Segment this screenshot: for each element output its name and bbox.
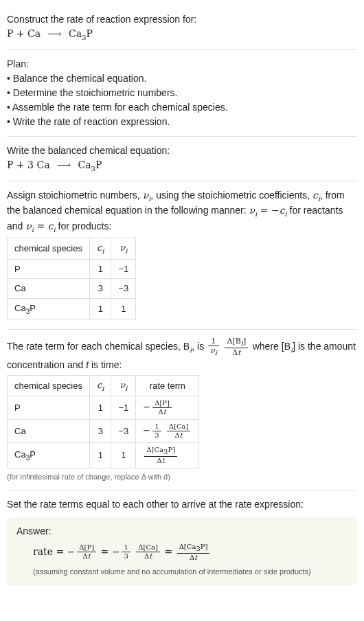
rate-formula: 1νi Δ[Bi]Δt [207, 341, 253, 352]
table-row: Ca 3 −3 −13 Δ[Ca]Δt [8, 420, 199, 443]
assign-block: Assign stoichiometric numbers, νi, using… [7, 181, 357, 330]
table-row: Ca3P 1 1 Δ[Ca3P]Δt [8, 443, 199, 468]
balanced-block: Write the balanced chemical equation: P … [7, 137, 357, 181]
plan-block: Plan: • Balance the chemical equation. •… [7, 50, 357, 137]
rate-term-block: The rate term for each chemical species,… [7, 330, 357, 490]
c-i: ci [312, 190, 320, 201]
plan-title: Plan: [7, 57, 357, 71]
col-ci: ci [90, 238, 111, 259]
table-row: Ca 3 −3 [8, 279, 136, 299]
table-row: P 1 −1 −Δ[P]Δt [8, 396, 199, 420]
prompt-equation: P + Ca ⟶ Ca3P [7, 27, 357, 43]
plan-bullet: • Write the rate of reaction expression. [7, 115, 357, 129]
stoich-table: chemical species ci νi P 1 −1 Ca 3 −3 Ca… [7, 238, 136, 319]
eq-species-ca: Ca [27, 28, 41, 39]
table-row: P 1 −1 [8, 259, 136, 279]
rate-expression: rate = −Δ[P]Δt = −13 Δ[Ca]Δt = Δ[Ca3P]Δt [33, 543, 348, 562]
col-nui: νi [111, 238, 136, 259]
answer-title: Answer: [16, 524, 348, 539]
eq-species-ca3p: Ca3P [69, 28, 93, 39]
balanced-title: Write the balanced chemical equation: [7, 144, 357, 158]
table-row: Ca3P 1 1 [8, 298, 136, 319]
reaction-arrow-icon: ⟶ [44, 27, 66, 41]
balanced-equation: P + 3 Ca ⟶ Ca3P [7, 158, 357, 174]
rate-table: chemical species ci νi rate term P 1 −1 … [7, 375, 199, 469]
prompt-title: Construct the rate of reaction expressio… [7, 12, 357, 27]
answer-note: (assuming constant volume and no accumul… [33, 566, 348, 578]
eq-species-ca3p: Ca3P [78, 159, 102, 170]
col-species: chemical species [8, 238, 90, 259]
reaction-arrow-icon: ⟶ [53, 158, 75, 172]
prompt-block: Construct the rate of reaction expressio… [7, 5, 357, 50]
plan-bullet: • Determine the stoichiometric numbers. [7, 86, 357, 100]
eq-species-p: P [7, 28, 13, 39]
answer-box: Answer: rate = −Δ[P]Δt = −13 Δ[Ca]Δt = Δ… [7, 517, 357, 586]
table-note: (for infinitesimal rate of change, repla… [7, 471, 357, 483]
set-equal-block: Set the rate terms equal to each other t… [7, 490, 357, 593]
nu-i: νi [143, 190, 151, 201]
plan-bullet: • Balance the chemical equation. [7, 71, 357, 86]
plan-bullet: • Assemble the rate term for each chemic… [7, 100, 357, 115]
